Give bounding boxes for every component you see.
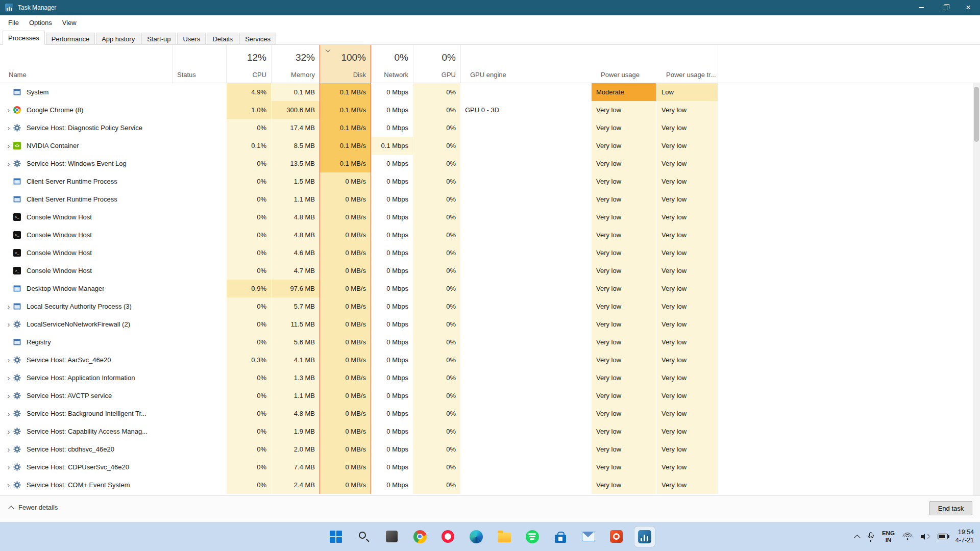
microphone-icon[interactable]: [867, 532, 874, 542]
expand-chevron-icon[interactable]: ›: [4, 356, 13, 364]
store-icon[interactable]: [550, 527, 571, 547]
process-name-cell: ›Google Chrome (8): [0, 101, 172, 119]
language-indicator[interactable]: ENG IN: [882, 530, 895, 543]
expand-chevron-icon[interactable]: ›: [4, 463, 13, 471]
office-icon[interactable]: [606, 527, 627, 547]
cell-network: 0 Mbps: [371, 333, 413, 351]
column-header-gpu-engine[interactable]: GPU engine: [460, 45, 591, 83]
process-row[interactable]: ›LocalServiceNoNetworkFirewall (2)0%11.5…: [0, 315, 980, 333]
expand-chevron-icon[interactable]: ›: [4, 481, 13, 489]
scrollbar[interactable]: [973, 83, 980, 495]
column-header-memory[interactable]: 32% Memory: [271, 45, 320, 83]
menu-options[interactable]: Options: [24, 15, 57, 30]
process-row[interactable]: ›Service Host: Capability Access Manag..…: [0, 422, 980, 440]
expand-chevron-icon[interactable]: ›: [4, 445, 13, 454]
process-row[interactable]: ›Service Host: AVCTP service0%1.1 MB0 MB…: [0, 387, 980, 405]
cell-network: 0 Mbps: [371, 83, 413, 101]
process-row[interactable]: ›Service Host: Background Intelligent Tr…: [0, 405, 980, 422]
app-icon[interactable]: [382, 527, 402, 547]
column-header-power-usage[interactable]: Power usage: [591, 45, 656, 83]
close-button[interactable]: [957, 0, 980, 15]
process-row[interactable]: Client Server Runtime Process0%1.5 MB0 M…: [0, 172, 980, 190]
expand-chevron-icon[interactable]: ›: [4, 373, 13, 382]
process-row[interactable]: Desktop Window Manager0.9%97.6 MB0 MB/s0…: [0, 280, 980, 297]
expand-chevron-icon[interactable]: ›: [4, 159, 13, 168]
file-explorer-icon[interactable]: [494, 527, 514, 547]
process-row[interactable]: Client Server Runtime Process0%1.1 MB0 M…: [0, 190, 980, 208]
start-icon[interactable]: [326, 527, 346, 547]
expand-chevron-icon[interactable]: ›: [4, 302, 13, 311]
gear-icon: [13, 124, 22, 132]
task-manager-icon[interactable]: [634, 527, 655, 547]
cell-filler: [718, 405, 980, 422]
cell-memory: 4.1 MB: [271, 351, 320, 369]
process-row[interactable]: ›Service Host: CDPUserSvc_46e200%7.4 MB0…: [0, 458, 980, 476]
cell-gpu: 0%: [413, 119, 460, 137]
process-row[interactable]: >_Console Window Host0%4.8 MB0 MB/s0 Mbp…: [0, 226, 980, 244]
tab-services[interactable]: Services: [239, 33, 276, 45]
chrome-icon[interactable]: [410, 527, 430, 547]
tab-start-up[interactable]: Start-up: [141, 33, 176, 45]
process-row[interactable]: >_Console Window Host0%4.7 MB0 MB/s0 Mbp…: [0, 262, 980, 280]
column-header-disk[interactable]: 100% Disk: [320, 45, 371, 83]
scrollbar-thumb[interactable]: [974, 87, 979, 142]
process-row[interactable]: >_Console Window Host0%4.6 MB0 MB/s0 Mbp…: [0, 244, 980, 262]
expand-chevron-icon[interactable]: ›: [4, 106, 13, 114]
tray-expand-icon[interactable]: [854, 535, 861, 541]
column-header-name[interactable]: Name: [0, 45, 172, 83]
process-row[interactable]: ›Google Chrome (8)1.0%300.6 MB0.1 MB/s0 …: [0, 101, 980, 119]
clock[interactable]: 19:54 4-7-21: [955, 529, 974, 544]
cell-memory: 4.7 MB: [271, 262, 320, 280]
menu-file[interactable]: File: [3, 15, 24, 30]
process-row[interactable]: ›Service Host: Diagnostic Policy Service…: [0, 119, 980, 137]
tab-performance[interactable]: Performance: [46, 33, 95, 45]
expand-chevron-icon[interactable]: ›: [4, 391, 13, 400]
column-header-power-trend[interactable]: Power usage tr...: [656, 45, 718, 83]
process-row[interactable]: ›Service Host: AarSvc_46e200.3%4.1 MB0 M…: [0, 351, 980, 369]
tab-users[interactable]: Users: [177, 33, 206, 45]
column-header-network[interactable]: 0% Network: [371, 45, 413, 83]
volume-icon[interactable]: [921, 533, 930, 540]
process-row[interactable]: ›Local Security Authority Process (3)0%5…: [0, 297, 980, 315]
fewer-details-toggle[interactable]: Fewer details: [9, 504, 58, 511]
process-row[interactable]: Registry0%5.6 MB0 MB/s0 Mbps0%Very lowVe…: [0, 333, 980, 351]
process-row[interactable]: ›NVIDIA Container0.1%8.5 MB0.1 MB/s0.1 M…: [0, 137, 980, 155]
end-task-button[interactable]: End task: [929, 501, 972, 515]
mail-icon[interactable]: [578, 527, 599, 547]
cell-network: 0 Mbps: [371, 369, 413, 387]
title-bar[interactable]: Task Manager: [0, 0, 980, 15]
process-row[interactable]: ›Service Host: cbdhsvc_46e200%2.0 MB0 MB…: [0, 440, 980, 458]
process-row[interactable]: System4.9%0.1 MB0.1 MB/s0 Mbps0%Moderate…: [0, 83, 980, 101]
restore-button[interactable]: [933, 0, 957, 15]
cell-power-trend: Very low: [656, 208, 718, 226]
nvidia-icon: [13, 142, 22, 149]
process-row[interactable]: ›Service Host: Windows Event Log0%13.5 M…: [0, 155, 980, 172]
search-icon[interactable]: [354, 527, 374, 547]
column-header-gpu[interactable]: 0% GPU: [413, 45, 460, 83]
cell-disk: 0.1 MB/s: [320, 155, 371, 172]
expand-chevron-icon[interactable]: ›: [4, 427, 13, 436]
minimize-button[interactable]: [910, 0, 933, 15]
tab-processes[interactable]: Processes: [3, 31, 45, 45]
expand-chevron-icon[interactable]: ›: [4, 141, 13, 150]
wifi-icon[interactable]: [902, 533, 913, 540]
edge-icon[interactable]: [466, 527, 486, 547]
expand-chevron-icon[interactable]: ›: [4, 123, 13, 132]
cell-cpu: 0%: [226, 422, 271, 440]
process-row[interactable]: ›Service Host: Application Information0%…: [0, 369, 980, 387]
expand-chevron-icon[interactable]: ›: [4, 409, 13, 418]
spotify-icon[interactable]: [522, 527, 543, 547]
cell-power-trend: Very low: [656, 101, 718, 119]
process-row[interactable]: >_Console Window Host0%4.8 MB0 MB/s0 Mbp…: [0, 208, 980, 226]
tab-app-history[interactable]: App history: [96, 33, 140, 45]
menu-view[interactable]: View: [57, 15, 82, 30]
cell-status: [172, 208, 226, 226]
cell-cpu: 1.0%: [226, 101, 271, 119]
process-row[interactable]: ›Service Host: COM+ Event System0%2.4 MB…: [0, 476, 980, 494]
column-header-status[interactable]: Status: [172, 45, 226, 83]
expand-chevron-icon[interactable]: ›: [4, 320, 13, 329]
tab-details[interactable]: Details: [207, 33, 238, 45]
opera-icon[interactable]: [438, 527, 458, 547]
column-header-cpu[interactable]: 12% CPU: [226, 45, 271, 83]
battery-icon[interactable]: [938, 534, 948, 539]
